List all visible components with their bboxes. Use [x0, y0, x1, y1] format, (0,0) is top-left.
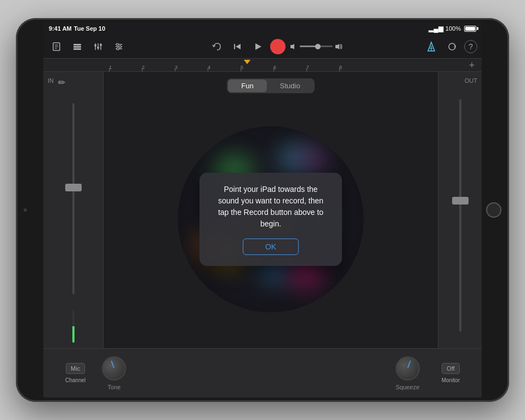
svg-rect-19 — [234, 44, 235, 49]
status-right: ▂▄▆ 100% — [429, 25, 476, 32]
ruler-mark-7: 7 — [306, 65, 339, 70]
instrument-area: Fun Studio Point your iP — [104, 72, 438, 348]
level-meter — [72, 310, 75, 343]
monitor-label: Monitor — [442, 377, 460, 383]
timeline-ruler: 1 2 3 4 5 6 7 8 + — [43, 59, 482, 72]
toolbar-left-group — [48, 38, 128, 55]
instrument-circle[interactable]: Point your iPad towards the sound you wa… — [178, 126, 364, 313]
toolbar-transport-group — [208, 38, 286, 55]
in-label: IN — [48, 77, 54, 84]
svg-point-17 — [119, 46, 121, 48]
ruler-mark-4: 4 — [208, 65, 241, 70]
date-display: Tue Sep 10 — [74, 25, 105, 32]
out-fader-handle[interactable] — [452, 197, 469, 205]
squeeze-label: Squeeze — [396, 384, 419, 390]
monitor-group: Off Monitor — [442, 363, 460, 383]
svg-point-11 — [97, 47, 99, 49]
ruler-mark-8: 8 — [339, 65, 372, 70]
help-button[interactable]: ? — [464, 40, 477, 53]
record-dialog: Point your iPad towards the sound you wa… — [199, 173, 342, 266]
toolbar: ? — [43, 35, 482, 59]
screen: 9:41 AM Tue Sep 10 ▂▄▆ 100% — [43, 22, 482, 398]
volume-handle[interactable] — [315, 44, 321, 49]
fader-container — [48, 92, 99, 305]
track-channel-right: OUT — [438, 72, 482, 348]
svg-marker-22 — [290, 44, 294, 49]
squeeze-group: Squeeze — [396, 356, 420, 390]
home-button[interactable] — [486, 202, 501, 218]
record-button[interactable] — [270, 39, 286, 54]
tone-group: Tone — [102, 356, 126, 390]
level-fill — [72, 326, 75, 343]
out-fader-container — [443, 88, 477, 343]
ruler-mark-5: 5 — [241, 65, 273, 70]
svg-marker-20 — [236, 44, 241, 49]
volume-high-icon — [335, 43, 343, 50]
side-button — [24, 208, 27, 212]
ruler-mark-6: 6 — [273, 65, 306, 70]
new-song-button[interactable] — [48, 38, 65, 55]
undo-button[interactable] — [208, 38, 225, 55]
tracks-button[interactable] — [69, 38, 86, 55]
mixer-button[interactable] — [89, 38, 107, 55]
svg-point-16 — [116, 43, 118, 46]
mic-icon[interactable]: ✏ — [58, 77, 65, 88]
ruler-mark-1: 1 — [109, 65, 142, 70]
channel-label: Channel — [65, 377, 85, 383]
time-display: 9:41 AM — [49, 25, 72, 32]
svg-rect-4 — [73, 44, 81, 46]
fader-track[interactable] — [72, 103, 75, 294]
toolbar-right-group: ? — [423, 38, 477, 55]
out-fader-track[interactable] — [459, 99, 461, 332]
ruler-marks: 1 2 3 4 5 6 7 8 — [109, 65, 482, 70]
battery-icon — [464, 26, 476, 32]
svg-point-10 — [94, 44, 96, 47]
ruler-mark-3: 3 — [175, 65, 208, 70]
out-label: OUT — [465, 77, 477, 84]
play-button[interactable] — [249, 38, 267, 55]
svg-rect-6 — [73, 48, 81, 50]
svg-marker-21 — [255, 43, 261, 50]
svg-rect-5 — [73, 46, 81, 48]
add-track-button[interactable]: + — [466, 60, 477, 71]
loop-button[interactable] — [443, 38, 461, 55]
squeeze-knob[interactable] — [396, 356, 420, 381]
volume-slider[interactable] — [300, 46, 333, 47]
metronome-button[interactable] — [423, 38, 440, 55]
ipad-device: 9:41 AM Tue Sep 10 ▂▄▆ 100% — [16, 18, 509, 402]
tone-knob[interactable] — [102, 356, 126, 381]
dialog-ok-button[interactable]: OK — [243, 239, 299, 255]
bottom-controls: Mic Channel Tone Squeeze Off Monitor — [43, 348, 482, 398]
playhead-triangle — [244, 60, 250, 64]
channel-button[interactable]: Mic — [66, 363, 85, 374]
svg-point-18 — [117, 48, 119, 50]
tab-fun[interactable]: Fun — [228, 80, 266, 92]
settings-button[interactable] — [110, 38, 128, 55]
dialog-overlay: Point your iPad towards the sound you wa… — [178, 126, 364, 313]
status-bar: 9:41 AM Tue Sep 10 ▂▄▆ 100% — [43, 22, 482, 35]
track-channel-left: IN ✏ — [43, 72, 104, 348]
in-row: IN ✏ — [48, 77, 99, 88]
rewind-button[interactable] — [229, 38, 246, 55]
channel-group: Mic Channel — [65, 363, 85, 383]
main-content: IN ✏ Fun Studio — [43, 72, 482, 348]
volume-low-icon — [290, 43, 298, 50]
monitor-button[interactable]: Off — [442, 363, 459, 374]
tone-label: Tone — [107, 384, 121, 390]
fader-handle[interactable] — [65, 184, 82, 191]
mode-tabs: Fun Studio — [227, 78, 314, 93]
status-time: 9:41 AM Tue Sep 10 — [49, 25, 105, 32]
battery-percent: 100% — [446, 25, 461, 32]
dialog-message: Point your iPad towards the sound you wa… — [213, 184, 329, 230]
wifi-icon: ▂▄▆ — [429, 25, 443, 32]
ruler-mark-2: 2 — [142, 65, 175, 70]
svg-marker-23 — [335, 44, 339, 49]
svg-point-12 — [100, 44, 102, 46]
volume-group — [290, 43, 343, 50]
tab-studio[interactable]: Studio — [267, 80, 313, 92]
